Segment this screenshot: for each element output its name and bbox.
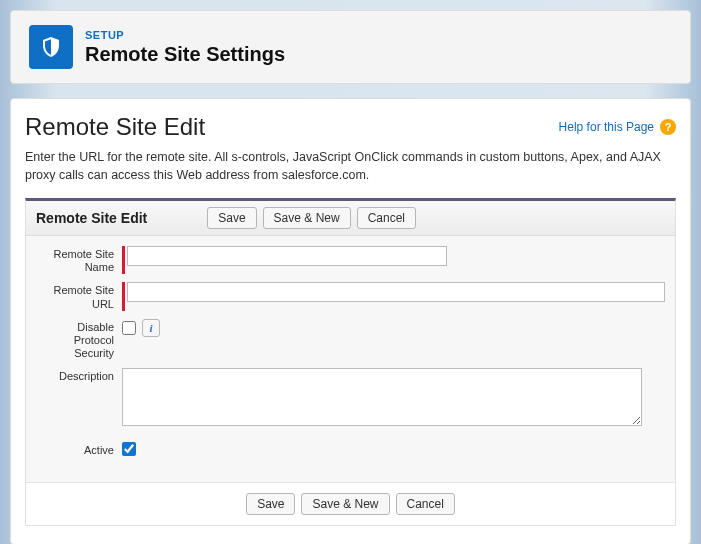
disable-protocol-checkbox[interactable] xyxy=(122,321,136,335)
required-indicator xyxy=(122,282,125,310)
shield-icon xyxy=(29,25,73,69)
edit-panel: Remote Site Edit Save Save & New Cancel … xyxy=(25,198,676,526)
panel-header: Remote Site Edit Save Save & New Cancel xyxy=(26,201,675,236)
form-body: Remote Site Name Remote Site URL Disable… xyxy=(26,236,675,482)
intro-text: Enter the URL for the remote site. All s… xyxy=(25,149,676,184)
required-indicator xyxy=(122,246,125,274)
help-icon: ? xyxy=(660,119,676,135)
description-textarea[interactable] xyxy=(122,368,642,426)
main-card: Remote Site Edit Help for this Page ? En… xyxy=(10,98,691,544)
page-title: Remote Site Edit xyxy=(25,113,205,141)
setup-overline: SETUP xyxy=(85,29,285,41)
row-disable-protocol-security: Disable Protocol Security i xyxy=(36,319,665,361)
active-checkbox[interactable] xyxy=(122,442,136,456)
save-button[interactable]: Save xyxy=(207,207,256,229)
setup-title: Remote Site Settings xyxy=(85,43,285,66)
label-remote-site-url: Remote Site URL xyxy=(36,282,122,310)
save-and-new-button-footer[interactable]: Save & New xyxy=(301,493,389,515)
remote-site-name-input[interactable] xyxy=(127,246,447,266)
label-active: Active xyxy=(36,442,122,457)
label-disable-protocol: Disable Protocol Security xyxy=(36,319,122,361)
panel-footer: Save Save & New Cancel xyxy=(26,482,675,525)
remote-site-url-input[interactable] xyxy=(127,282,665,302)
setup-header: SETUP Remote Site Settings xyxy=(10,10,691,84)
info-icon[interactable]: i xyxy=(142,319,160,337)
help-link-label: Help for this Page xyxy=(559,120,654,134)
cancel-button-footer[interactable]: Cancel xyxy=(396,493,455,515)
row-remote-site-url: Remote Site URL xyxy=(36,282,665,310)
row-description: Description xyxy=(36,368,665,430)
label-description: Description xyxy=(36,368,122,383)
section-title: Remote Site Edit xyxy=(36,210,147,226)
row-remote-site-name: Remote Site Name xyxy=(36,246,665,274)
help-link[interactable]: Help for this Page ? xyxy=(559,119,676,135)
label-remote-site-name: Remote Site Name xyxy=(36,246,122,274)
save-and-new-button[interactable]: Save & New xyxy=(263,207,351,229)
cancel-button[interactable]: Cancel xyxy=(357,207,416,229)
row-active: Active xyxy=(36,442,665,460)
save-button-footer[interactable]: Save xyxy=(246,493,295,515)
